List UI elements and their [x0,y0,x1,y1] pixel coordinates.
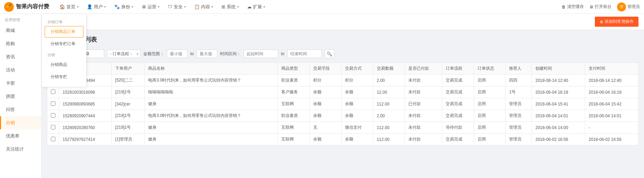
to-label-2: to [281,51,284,56]
td-is-paid: 未付款 [405,75,442,86]
td-paid-at: 2018-06-04 16:18 [585,86,638,98]
td-is-paid: 已付款 [405,98,442,110]
td-checkbox [47,86,59,98]
td-trade-amount: 2.00 [373,110,405,122]
th-order-status: 订单状态 [474,63,506,75]
td-trade-method: 余额 [341,110,373,122]
sidebar-item-groupbuy[interactable]: 拼团 [0,90,41,103]
dropdown-special-order[interactable]: 分销专栏订单 [45,38,83,50]
td-product-name: 健身 [145,134,278,145]
app-title: 智果内容付费 [16,3,49,10]
search-value-input[interactable] [83,50,104,58]
td-created-at: 2018-06-04 16:18 [532,86,585,98]
nav-identity[interactable]: 🐾 身份 ▾ [111,0,137,14]
th-trade-method: 交易方式 [341,63,373,75]
td-trade-field: 余额 [310,134,342,145]
sidebar-item-activity[interactable]: 活动 [0,63,41,77]
clear-cache-button[interactable]: 🗑 清空缓存 [562,4,584,10]
chevron-down-icon: ▾ [131,5,133,9]
sidebar-item-seckill[interactable]: 抢购 [0,37,41,50]
nav-extend[interactable]: ☁ 扩展 ▾ [244,0,269,14]
nav-user[interactable]: 👤 用户 ▾ [83,0,109,14]
td-product-name: 健身 [145,122,278,134]
chevron-down-icon: ▾ [77,5,79,9]
td-created-at: 2018-08-14 12:40 [532,75,585,86]
nav-system[interactable]: ⊞ 系统 ▾ [218,0,242,14]
td-order-flow: 交易完成 [442,134,474,145]
dropdown-special[interactable]: 分销专栏 [45,71,83,83]
td-trade-method: 余额 [341,98,373,110]
row-checkbox[interactable] [51,125,55,129]
td-paid-at: 2018-06-02 16:56 [585,134,638,145]
row-checkbox[interactable] [51,101,55,106]
td-checkbox [47,134,59,145]
sidebar-item-coupon[interactable]: 优惠券 [0,129,41,143]
sidebar-item-news[interactable]: 资讯 [0,50,41,63]
top-nav-right: 🗑 清空缓存 🖥 打开前台 管 管理员 [562,2,640,11]
td-trade-method: 余额 [341,134,373,145]
system-icon: ⊞ [221,4,225,9]
sidebar-item-faq[interactable]: 问答 [0,103,41,116]
td-product-type: 互联网 [278,134,310,145]
dropdown-product[interactable]: 分销商品 [45,59,83,70]
td-order-flow: 交易完成 [442,75,474,86]
start-time-input[interactable] [244,50,278,58]
td-product-name: 健身 [145,98,278,110]
end-time-input[interactable] [287,50,322,58]
sidebar-item-follow-stats[interactable]: 关注统计 [0,143,41,156]
td-referrer: 四四 [506,75,532,86]
dropdown-product-order[interactable]: 分销商品订单 [45,26,83,37]
td-paid-at: 2018-06-04 14:01 [585,110,638,122]
td-trade-method: 微信支付 [341,122,373,134]
to-label-1: to [190,51,194,56]
row-checkbox[interactable] [51,90,55,94]
table-row: 15280920280760 [219]1号 健身 互联网 无 微信支付 112… [47,122,638,134]
sidebar-item-cardkey[interactable]: 卡密 [0,77,41,90]
table-row: 15280920907444 [219]1号 电商3.0时代到来，如何用零售公式… [47,110,638,122]
sidebar-item-distribution[interactable]: 分销 [0,116,41,129]
nav-security[interactable]: 🛡 安全 ▾ [164,0,189,14]
chevron-down-icon: ▾ [104,5,106,9]
td-product-type: 互联网 [278,98,310,110]
avatar: 管 [617,2,626,11]
operations-icon: 🖥 [142,4,146,9]
td-is-paid: 未付款 [405,110,442,122]
open-frontend-button[interactable]: 🖥 打开前台 [589,4,611,10]
row-checkbox[interactable] [51,137,55,141]
td-created-at: 2018-06-04 14:01 [532,110,585,122]
nav-home[interactable]: 🏠 首页 ▾ [56,0,82,14]
min-amount-input[interactable] [167,50,188,58]
row-checkbox[interactable] [51,113,55,118]
max-amount-input[interactable] [197,50,217,58]
td-product-type: 职业素质 [278,110,310,122]
th-order-flow: 订单流程 [442,63,474,75]
user-account[interactable]: 管 管理员 [617,2,640,11]
td-checkbox [47,122,59,134]
breadcrumb-bar: 首页 ● 商品订单列表 ⊕ 添加到常用操作 [42,14,644,30]
nav-content[interactable]: 📋 内容 ▾ [191,0,217,14]
order-flow-select[interactable]: - 订单流程 - [107,50,140,58]
sidebar: 应用管理 商城 抢购 资讯 活动 卡密 拼团 问答 分销 优惠券 关注统计 [0,14,42,178]
nav-operations[interactable]: 🖥 运营 ▾ [138,0,163,14]
chevron-down-icon: ▾ [158,5,160,9]
td-trade-amount: 112.00 [373,122,405,134]
distribution-dropdown: 分销订单 分销商品订单 分销专栏订单 分销 分销商品 分销专栏 [42,14,87,87]
table-row: 15280980893685 [342]cer 健身 互联网 余额 余额 112… [47,98,638,110]
sidebar-item-shop[interactable]: 商城 [0,24,41,37]
td-trade-field: 余额 [310,110,342,122]
td-product-name: 嗡嗡嗡嗡嗡嗡 [145,86,278,98]
add-to-common-button[interactable]: ⊕ 添加到常用操作 [595,17,638,27]
td-order-no: 15280980893685 [59,98,112,110]
td-buyer: [342]cer [112,98,145,110]
app-logo[interactable]: 🍊 智果内容付费 [4,2,49,12]
td-buyer: [219]1号 [112,122,145,134]
extend-icon: ☁ [247,4,252,9]
time-range-label: 时间区间： [220,51,241,57]
td-trade-amount: 112.00 [373,134,405,145]
table-row: 15342216408494 [520]二二 电商3.0时代到来，如何用零售公式… [47,75,638,86]
top-nav: 🍊 智果内容付费 🏠 首页 ▾ 👤 用户 ▾ 🐾 身份 ▾ 🖥 运营 ▾ 🛡 安… [0,0,644,14]
td-order-no: 15281003016098 [59,86,112,98]
nav-user-label: 用户 [94,4,103,10]
th-trade-field: 交易字段 [310,63,342,75]
search-button[interactable]: 🔍 [325,49,334,58]
